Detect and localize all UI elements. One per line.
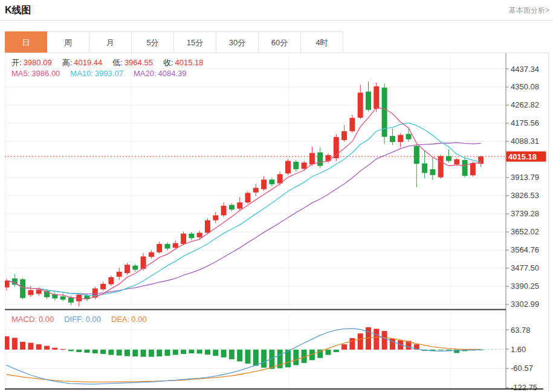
candle (149, 250, 154, 259)
macd-bar (141, 350, 146, 357)
macd-panel-bottom-bar (5, 388, 543, 390)
ma20-readout: MA20:4084.39 (134, 69, 187, 78)
macd-bar (189, 350, 194, 353)
diff-line (7, 329, 481, 384)
macd-bar (221, 350, 227, 358)
macd-bar (5, 336, 10, 350)
macd-axis-label: 63.78 (511, 326, 531, 335)
candle (349, 115, 355, 133)
candle (44, 289, 50, 299)
price-axis-label: 3826.53 (511, 191, 539, 200)
ma20-line (7, 143, 481, 294)
macd-bar (374, 329, 379, 349)
candle (462, 158, 468, 178)
macd-bar (60, 349, 66, 350)
ma5-readout: MA5:3986.00 (11, 69, 60, 78)
price-axis-label: 3477.50 (511, 263, 539, 272)
macd-bar (20, 342, 25, 350)
ma10-line (7, 123, 481, 295)
tab-4hour[interactable]: 4时 (301, 31, 343, 53)
candle (334, 134, 339, 161)
tab-15min[interactable]: 15分 (174, 31, 216, 53)
tab-month[interactable]: 月 (89, 31, 132, 53)
tab-day[interactable]: 日 (5, 31, 47, 53)
macd-bar (76, 350, 82, 352)
low-readout: 低:3964.55 (112, 58, 153, 67)
diff-readout: DIFF:0.00 (64, 315, 101, 324)
tab-60min[interactable]: 60分 (259, 31, 301, 53)
macd-bar (165, 350, 170, 356)
price-axis-label: 4437.34 (511, 65, 539, 74)
tab-30min[interactable]: 30分 (216, 31, 259, 53)
macd-axis-label: -60.57 (511, 364, 533, 373)
candle (221, 202, 227, 217)
macd-bar (44, 346, 50, 350)
candle (100, 282, 106, 291)
header-divider (0, 20, 553, 21)
candle (117, 268, 122, 280)
macd-bar (108, 350, 114, 355)
candle (189, 232, 194, 240)
tab-week[interactable]: 周 (47, 31, 89, 53)
price-axis-label: 3390.25 (511, 281, 539, 291)
high-readout: 高:4019.44 (62, 58, 103, 67)
close-readout: 收:4015.18 (163, 58, 204, 67)
candle (237, 197, 242, 210)
chart-panel: 4437.344350.084262.824175.564088.313913.… (5, 53, 549, 390)
price-axis-label: 3564.76 (511, 245, 539, 254)
candle (382, 83, 387, 144)
macd-bar (28, 343, 33, 350)
candle (125, 263, 130, 275)
candle (422, 150, 427, 179)
candle (108, 275, 114, 286)
macd-readout: MACD:0.00 (11, 315, 54, 324)
price-axis-label: 3913.79 (511, 173, 539, 182)
main-panel-bottom-bar (5, 309, 506, 310)
macd-bar (349, 338, 355, 350)
macd-bar (261, 350, 267, 368)
interval-tabbar: 日周月5分15分30分60分4时 (5, 31, 549, 53)
candle (245, 191, 251, 204)
macd-readout: MACD:0.00DIFF:0.00DEA:0.00 (11, 315, 157, 324)
fundamental-analysis-link[interactable]: 基本面分析> (509, 5, 549, 16)
ma-readout: MA5:3986.00MA10:3993.07MA20:4084.39 (11, 69, 197, 78)
kline-chart[interactable]: 4437.344350.084262.824175.564088.313913.… (5, 53, 549, 390)
candle (261, 176, 267, 191)
candle (181, 231, 186, 245)
macd-bar (341, 344, 347, 350)
macd-bar (117, 350, 122, 356)
macd-bar (229, 350, 234, 359)
candle (302, 161, 307, 171)
macd-bar (132, 350, 138, 356)
candle (309, 147, 315, 166)
macd-bar (334, 350, 339, 352)
macd-bar (149, 350, 154, 357)
page-title: K线图 (5, 4, 31, 17)
macd-bar (181, 350, 186, 354)
candle (52, 292, 57, 301)
candle (132, 264, 138, 272)
candle (366, 82, 371, 112)
candle (478, 156, 483, 167)
macd-bar (157, 350, 162, 356)
candle (20, 278, 25, 299)
macd-bar (438, 350, 444, 350)
macd-bar (100, 350, 106, 354)
price-axis-label: 4088.31 (511, 137, 539, 146)
price-axis-label: 3302.99 (511, 300, 539, 309)
macd-bar (326, 350, 331, 355)
macd-bar (358, 333, 363, 350)
candle (28, 286, 33, 297)
ma10-readout: MA10:3993.07 (70, 69, 123, 78)
candle (205, 218, 210, 234)
macd-bar (245, 350, 251, 364)
candle (341, 125, 347, 142)
macd-bar (125, 350, 130, 356)
macd-bar (197, 350, 202, 354)
macd-bar (68, 350, 74, 352)
tab-5min[interactable]: 5分 (132, 31, 174, 53)
dea-readout: DEA:0.00 (111, 315, 147, 324)
macd-bar (92, 350, 98, 353)
price-axis-label: 4262.82 (511, 101, 539, 110)
candle (165, 242, 170, 251)
